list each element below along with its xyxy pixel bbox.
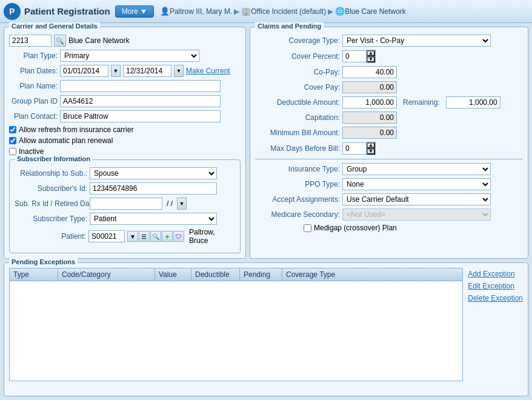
deductible-row: Deductible Amount: Remaining: bbox=[255, 96, 523, 108]
ppo-type-label: PPO Type: bbox=[255, 180, 340, 188]
claims-panel-content: Coverage Type: Per Visit - Co-Pay Per Ye… bbox=[250, 27, 528, 237]
patient-down-btn[interactable]: ▼ bbox=[127, 231, 138, 242]
insurance-type-select[interactable]: Group Individual Other bbox=[342, 163, 491, 175]
patient-id-input[interactable] bbox=[88, 230, 125, 242]
cover-percent-up[interactable]: ▲ bbox=[367, 50, 375, 56]
coverage-type-select[interactable]: Per Visit - Co-Pay Per Year Per Episode bbox=[342, 35, 491, 47]
insurance-type-label: Insurance Type: bbox=[255, 165, 340, 173]
patient-name-text: Paltrow, Bruce bbox=[189, 228, 235, 245]
patient-grid-btn[interactable]: ☰ bbox=[139, 231, 150, 242]
max-days-label: Max Days Before Bill: bbox=[255, 144, 340, 153]
plan-contact-input[interactable] bbox=[60, 110, 221, 122]
carrier-id-input[interactable] bbox=[9, 35, 52, 47]
plan-type-select[interactable]: Primary Secondary bbox=[60, 50, 199, 62]
plan-date-from-input[interactable] bbox=[60, 65, 108, 77]
make-current-link[interactable]: Make Current bbox=[186, 67, 230, 75]
nav-arrow-1: ▶ bbox=[234, 7, 239, 16]
co-pay-input[interactable] bbox=[342, 66, 397, 78]
nav-person-icon: 👤 bbox=[160, 7, 170, 16]
group-plan-input[interactable] bbox=[60, 95, 221, 107]
remaining-input[interactable] bbox=[446, 96, 500, 108]
capitation-input bbox=[342, 112, 397, 124]
patient-row: Patient: ▼ ☰ 🔍 + 🛡 Paltrow, Bruce bbox=[15, 228, 235, 245]
col-deductible: Deductible bbox=[191, 268, 240, 281]
plan-date-to-input[interactable] bbox=[123, 65, 171, 77]
carrier-search-button[interactable]: 🔍 bbox=[54, 35, 66, 47]
col-type: Type bbox=[10, 268, 58, 281]
exceptions-table-body bbox=[10, 281, 462, 380]
checkbox-inactive-label: Inactive bbox=[19, 147, 44, 156]
accept-assign-select[interactable]: Use Carrier Default Yes No bbox=[342, 193, 491, 205]
plan-name-input[interactable] bbox=[60, 80, 221, 92]
edit-exception-button[interactable]: Edit Exception bbox=[468, 281, 523, 291]
cover-pay-row: Cover Pay: bbox=[255, 81, 523, 93]
max-days-row: Max Days Before Bill: ▲ ▼ bbox=[255, 142, 523, 155]
nav-network[interactable]: Blue Care Network bbox=[345, 7, 406, 16]
carrier-panel-title: Carrier and General Details bbox=[9, 22, 100, 30]
add-exception-button[interactable]: Add Exception bbox=[468, 269, 523, 279]
max-days-down[interactable]: ▼ bbox=[367, 148, 375, 155]
rel-to-sub-select[interactable]: Spouse Self Child bbox=[90, 167, 217, 179]
checkbox-refresh[interactable] bbox=[9, 126, 16, 133]
accept-assign-label: Accept Assignments: bbox=[255, 195, 340, 204]
checkbox-renewal-row: Allow automatic plan renewal bbox=[9, 136, 241, 145]
cover-percent-row: Cover Percent: ▲ ▼ bbox=[255, 50, 523, 63]
title-bar: P Patient Registration More ▼ 👤 Paltrow … bbox=[0, 0, 532, 23]
sub-rx-input[interactable] bbox=[90, 198, 162, 210]
plan-dates-label: Plan Dates: bbox=[9, 67, 58, 75]
cover-percent-spin: ▲ ▼ bbox=[342, 50, 376, 63]
patient-icon-group: ▼ ☰ 🔍 + 🛡 bbox=[127, 231, 184, 242]
col-code: Code/Category bbox=[58, 268, 155, 281]
subscriber-panel: Subscriber Information Relationship to S… bbox=[9, 159, 241, 253]
medicare-sec-row: Medicare Secondary: <Not Used> bbox=[255, 208, 523, 221]
subscriber-panel-title: Subscriber Information bbox=[15, 155, 93, 162]
checkbox-renewal-label: Allow automatic plan renewal bbox=[19, 136, 113, 145]
delete-exception-button[interactable]: Delete Exception bbox=[468, 293, 523, 303]
patient-add-btn[interactable]: + bbox=[162, 231, 173, 242]
exceptions-actions: Add Exception Edit Exception Delete Exce… bbox=[468, 268, 523, 381]
plan-date-from-dropdown[interactable]: ▼ bbox=[111, 65, 121, 77]
rel-to-sub-row: Relationship to Sub.: Spouse Self Child bbox=[15, 167, 235, 179]
coverage-type-label: Coverage Type: bbox=[255, 36, 340, 45]
medicare-sec-label: Medicare Secondary: bbox=[255, 210, 340, 219]
exceptions-table: Type Code/Category Value Deductible Pend… bbox=[9, 268, 463, 381]
claims-panel-title: Claims and Pending bbox=[255, 22, 324, 30]
plan-dates-row: Plan Dates: ▼ ▼ Make Current bbox=[9, 65, 241, 77]
plan-name-label: Plan Name: bbox=[9, 82, 58, 90]
co-pay-label: Co-Pay: bbox=[255, 68, 340, 76]
patient-search-btn[interactable]: 🔍 bbox=[150, 231, 161, 242]
patient-clear-btn[interactable]: 🛡 bbox=[173, 231, 184, 242]
cover-percent-spinbtns: ▲ ▼ bbox=[367, 50, 376, 63]
medicare-sec-select[interactable]: <Not Used> bbox=[342, 208, 491, 221]
nav-arrow-2: ▶ bbox=[328, 7, 333, 16]
carrier-id-row: 🔍 Blue Care Network bbox=[9, 35, 241, 47]
min-bill-row: Minimum Bill Amount: bbox=[255, 127, 523, 139]
exceptions-table-header: Type Code/Category Value Deductible Pend… bbox=[10, 268, 462, 281]
nav-incident[interactable]: Office Incident (default) bbox=[251, 7, 326, 16]
nav-patient[interactable]: Paltrow III, Mary M. bbox=[170, 7, 232, 16]
sub-rx-dropdown[interactable]: ▼ bbox=[177, 198, 187, 210]
deductible-input[interactable] bbox=[342, 96, 397, 108]
sub-rx-separator: / / bbox=[167, 199, 173, 208]
sub-id-input[interactable] bbox=[90, 182, 217, 195]
checkbox-inactive[interactable] bbox=[9, 148, 16, 155]
group-plan-label: Group Plan ID bbox=[9, 97, 58, 105]
col-value: Value bbox=[155, 268, 191, 281]
top-row: Carrier and General Details 🔍 Blue Care … bbox=[4, 27, 528, 259]
cover-percent-input[interactable] bbox=[342, 50, 367, 62]
sub-rx-row: Sub. Rx Id / Retired Date: / / ▼ bbox=[15, 198, 235, 210]
app-title: Patient Registration bbox=[24, 6, 110, 16]
more-button[interactable]: More ▼ bbox=[115, 5, 154, 18]
ppo-type-select[interactable]: None In Network Out of Network bbox=[342, 178, 491, 190]
max-days-input[interactable] bbox=[342, 142, 367, 155]
cover-percent-down[interactable]: ▼ bbox=[367, 56, 375, 62]
nav-building-icon: 🏢 bbox=[241, 7, 251, 16]
max-days-up[interactable]: ▲ bbox=[367, 142, 375, 148]
pending-exceptions-title: Pending Exceptions bbox=[9, 258, 78, 265]
checkbox-renewal[interactable] bbox=[9, 137, 16, 144]
sub-id-label: Subscriber's Id: bbox=[15, 184, 87, 193]
sub-type-select[interactable]: Patient Other bbox=[90, 213, 217, 225]
medigap-checkbox[interactable] bbox=[304, 224, 311, 232]
carrier-name-text: Blue Care Network bbox=[68, 36, 130, 45]
plan-date-to-dropdown[interactable]: ▼ bbox=[174, 65, 184, 77]
